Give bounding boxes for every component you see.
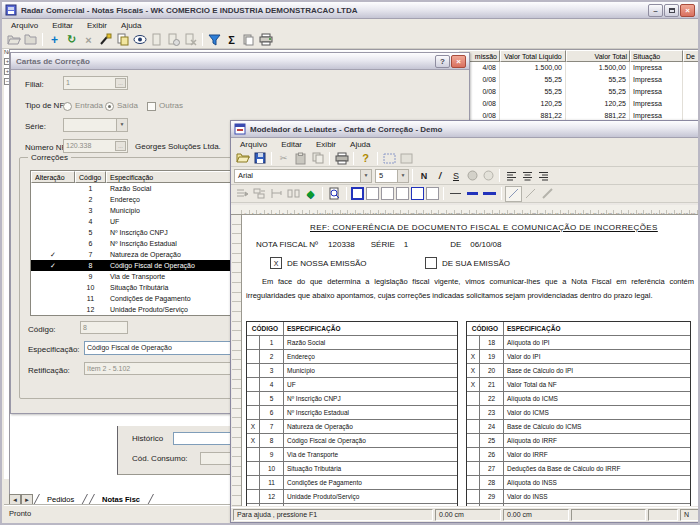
modelador-titlebar: Modelador de Leiautes - Carta de Correçã… [231, 121, 700, 138]
help-button[interactable]: ? [357, 150, 374, 166]
filial-input[interactable]: 1 … [63, 76, 128, 90]
numero-lookup-button[interactable]: … [115, 141, 126, 151]
line-thin-button[interactable] [447, 186, 464, 202]
column-header-valor-total[interactable]: Valor Total [566, 50, 630, 62]
table-row[interactable]: 0/08 120,25 120,25 Impressa [458, 98, 699, 110]
minimize-button[interactable]: – [648, 4, 663, 17]
font-family-combo[interactable]: Arial ▼ [234, 169, 372, 183]
refresh-button[interactable]: ↻ [63, 32, 80, 48]
sua-emissao-checkbox[interactable] [425, 257, 437, 269]
menu-item[interactable]: Ajuda [343, 140, 377, 149]
document-cancel-icon [184, 33, 197, 46]
dialog-help-button[interactable]: ? [435, 55, 450, 68]
column-header-valor-liquido[interactable]: Valor Total Líquido [500, 50, 566, 62]
font-size-combo[interactable]: 5 ▼ [375, 169, 409, 183]
cell-alteracao [31, 238, 75, 249]
nossa-emissao-checkbox[interactable]: X [270, 257, 282, 269]
add-button[interactable]: + [46, 32, 63, 48]
field-grid-2-button[interactable] [398, 150, 415, 166]
document-cancel-button[interactable] [182, 32, 199, 48]
saida-radio[interactable] [105, 102, 114, 111]
save-button[interactable] [251, 150, 268, 166]
table-row[interactable]: 0/08 55,25 55,25 Impressa [458, 86, 699, 98]
dialog-close-button[interactable]: × [451, 55, 466, 68]
thick-line-icon [483, 192, 496, 195]
filter-funnel-button[interactable] [206, 32, 223, 48]
menu-item[interactable]: Arquivo [4, 21, 45, 30]
preview-eye-button[interactable] [131, 32, 148, 48]
pages-button[interactable] [240, 32, 257, 48]
field-size-button[interactable] [268, 186, 285, 202]
field-move-button[interactable] [251, 186, 268, 202]
tree-expand-icon[interactable]: + [4, 58, 9, 65]
italic-button[interactable]: / [432, 168, 448, 183]
field-list-button[interactable] [234, 186, 251, 202]
cut-button[interactable]: ✂ [275, 150, 292, 166]
diagonal-line-2-button[interactable] [522, 186, 539, 202]
print-preview-button[interactable] [326, 186, 343, 202]
menu-item[interactable]: Ajuda [114, 21, 148, 30]
copy-button[interactable] [309, 150, 326, 166]
filial-lookup-button[interactable]: … [115, 78, 126, 88]
menu-item[interactable]: Arquivo [233, 140, 274, 149]
edit-brush-button[interactable] [97, 32, 114, 48]
entrada-radio[interactable] [63, 102, 72, 111]
codigo-input[interactable]: 8 [80, 321, 128, 334]
document-page[interactable]: REF: CONFERÊNCIA DE DOCUMENTO FISCAL E C… [242, 215, 700, 506]
menu-item[interactable]: Exibir [309, 140, 343, 149]
col-codigo[interactable]: Código [75, 171, 106, 183]
field-width-button[interactable] [285, 186, 302, 202]
underline-button[interactable]: S [448, 168, 464, 183]
table-row[interactable]: 0/08 55,25 55,25 Impressa [458, 74, 699, 86]
thin-line-icon [450, 193, 461, 194]
cell-mark [467, 476, 480, 489]
outras-checkbox[interactable] [147, 102, 156, 111]
border-right-button[interactable] [396, 187, 409, 200]
column-header-situacao[interactable]: Situação [630, 50, 683, 62]
document-button[interactable] [148, 32, 165, 48]
tree-collapse-icon[interactable]: − [4, 78, 9, 85]
menu-item[interactable]: Exibir [80, 21, 114, 30]
diagonal-line-button[interactable] [505, 186, 522, 202]
folder-button[interactable] [22, 32, 39, 48]
serie-combo[interactable]: ▼ [63, 118, 128, 132]
column-header-de[interactable]: De [683, 50, 699, 62]
bold-button[interactable]: N [416, 168, 432, 183]
open-folder-button[interactable] [5, 32, 22, 48]
diagonal-line-3-button[interactable] [539, 186, 556, 202]
line-medium-button[interactable] [464, 186, 481, 202]
open-button[interactable] [234, 150, 251, 166]
border-top-button[interactable] [411, 187, 424, 200]
align-left-button[interactable] [503, 168, 519, 183]
printer-button[interactable] [257, 32, 274, 48]
cell-especificacao: Razão Social [284, 336, 457, 349]
tree-expand-icon[interactable]: + [4, 68, 9, 75]
document-schedule-button[interactable] [165, 32, 182, 48]
print-button[interactable] [333, 150, 350, 166]
menu-item[interactable]: Editar [274, 140, 309, 149]
align-right-button[interactable] [535, 168, 551, 183]
line-thick-button[interactable] [481, 186, 498, 202]
maximize-button[interactable] [664, 4, 679, 17]
close-button[interactable]: × [680, 4, 695, 17]
sum-sigma-button[interactable]: Σ [223, 32, 240, 48]
table-row[interactable]: 4/08 1.500,00 1.500,00 Impressa [458, 62, 699, 74]
field-grid-button[interactable] [381, 150, 398, 166]
border-none-button[interactable] [366, 187, 379, 200]
copy-documents-button[interactable] [114, 32, 131, 48]
col-alteracao[interactable]: Alteração [31, 171, 75, 183]
delete-button[interactable]: × [80, 32, 97, 48]
dropdown-icon[interactable]: ▼ [116, 119, 127, 131]
border-left-button[interactable] [381, 187, 394, 200]
menu-item[interactable]: Editar [45, 21, 80, 30]
border-all-button[interactable] [351, 187, 364, 200]
fill-color-button[interactable] [480, 168, 496, 183]
dropdown-icon[interactable]: ▼ [360, 170, 371, 182]
dropdown-icon[interactable]: ▼ [397, 170, 408, 182]
insert-field-button[interactable]: ◆ [302, 186, 319, 202]
paste-button[interactable] [292, 150, 309, 166]
text-color-button[interactable] [464, 168, 480, 183]
border-bottom-button[interactable] [426, 187, 439, 200]
align-center-button[interactable] [519, 168, 535, 183]
numero-nf-input[interactable]: 120.338 … [63, 139, 128, 153]
